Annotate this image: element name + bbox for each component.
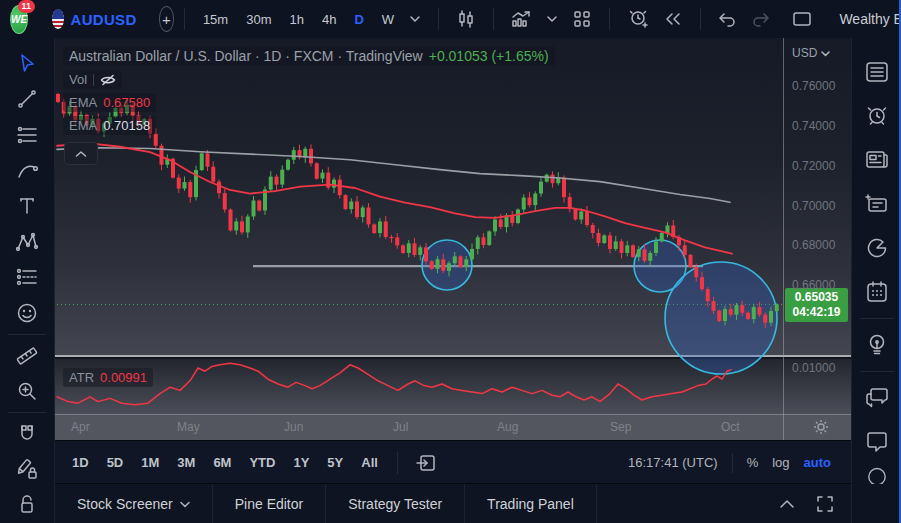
calendar-icon[interactable] [859,270,895,314]
zoom-in-tool-button[interactable] [8,373,46,409]
ideas-lightbulb-icon[interactable] [859,323,895,367]
candle-body [775,304,779,311]
date-range-row: 1D5D1M3M6MYTD1Y5YAll [63,450,387,475]
collapse-pane-button[interactable] [64,142,98,165]
clock-utc[interactable]: 16:17:41 (UTC) [628,455,718,470]
right-sidebar [851,38,901,523]
go-to-date-icon[interactable] [415,453,437,473]
ema-fast-legend-row[interactable]: EMA 0.67580 [63,93,156,112]
private-chat-icon[interactable] [859,420,895,464]
candle-body [499,219,503,227]
hotlists-icon[interactable] [859,226,895,270]
range-button-ytd[interactable]: YTD [240,450,284,475]
text-notes-icon[interactable] [859,182,895,226]
bottom-tab-stock-screener[interactable]: Stock Screener [55,484,213,523]
magnet-tool-button[interactable] [8,416,46,452]
candle-body [459,256,463,267]
candle-body [234,221,238,230]
range-button-1y[interactable]: 1Y [284,450,318,475]
price-axis-currency[interactable]: USD [792,46,830,60]
range-button-1d[interactable]: 1D [63,450,98,475]
account-avatar[interactable]: WE 11 [10,5,28,34]
forecast-tool-button[interactable] [8,260,46,296]
volume-legend-row[interactable]: Vol [63,70,122,89]
redo-icon[interactable] [751,11,771,27]
candle-body [355,202,359,218]
timeframe-button-D[interactable]: D [346,8,371,31]
top-toolbar: WE 11 AUDUSD + 15m30m1h4hDW [0,0,901,39]
bottom-tab-strategy-tester[interactable]: Strategy Tester [326,484,465,523]
drawing-mode-lock-button[interactable] [8,452,46,488]
range-button-5y[interactable]: 5Y [318,450,352,475]
candle-body [614,241,618,249]
news-icon[interactable] [859,138,895,182]
bar-replay-icon[interactable] [663,11,683,27]
measure-tool-button[interactable] [8,338,46,374]
timeframe-button-30m[interactable]: 30m [238,8,279,31]
candle-body [689,255,693,267]
candle-body [56,94,60,102]
range-button-3m[interactable]: 3M [168,450,204,475]
ema-fast-line[interactable] [57,143,732,253]
last-price-tag: 0.65035 04:42:19 [785,288,848,322]
brush-tool-button[interactable] [8,153,46,189]
fullscreen-window-icon[interactable] [792,10,812,28]
undo-icon[interactable] [717,11,737,27]
bottom-tab-trading-panel[interactable]: Trading Panel [465,484,597,523]
log-scale-button[interactable]: log [772,455,789,470]
alert-add-icon[interactable] [627,8,649,30]
timeframe-button-4h[interactable]: 4h [314,8,344,31]
candle-body [286,160,290,170]
candle-body [252,201,256,217]
cursor-tool-button[interactable] [8,46,46,82]
timeframe-button-W[interactable]: W [374,8,402,31]
range-button-5d[interactable]: 5D [98,450,133,475]
divider [438,8,439,30]
compare-add-button[interactable]: + [159,6,175,32]
indicators-chevron-down-icon[interactable] [546,13,558,25]
time-axis-settings-gear-icon[interactable] [813,419,829,439]
candle-body [694,267,698,277]
auto-scale-button[interactable]: auto [804,455,831,470]
chart-title: Australian Dollar / U.S. Dollar · 1D · F… [69,48,423,64]
atr-legend-row[interactable]: ATR 0.00991 [63,368,153,387]
maximize-panel-icon[interactable] [817,496,833,512]
chart-style-icon[interactable] [456,9,476,29]
candle-body [510,215,514,223]
candle-body [666,225,670,233]
atr-axis-label: 0.01000 [792,361,835,375]
range-button-6m[interactable]: 6M [204,450,240,475]
public-chat-icon[interactable] [859,376,895,420]
bottom-tab-pine-editor[interactable]: Pine Editor [213,484,326,523]
percent-scale-button[interactable]: % [747,455,759,470]
candle-body [539,182,543,194]
range-button-1m[interactable]: 1M [132,450,168,475]
lock-all-drawings-button[interactable] [8,487,46,523]
price-axis[interactable]: USD 0.65035 04:42:19 0.01000 0.760000.74… [784,38,851,440]
xabcd-pattern-tool-button[interactable] [8,224,46,260]
help-icon[interactable] [859,464,895,484]
layout-grid-icon[interactable] [572,9,592,29]
symbol-button[interactable]: AUDUSD [71,11,137,28]
alerts-icon[interactable] [859,94,895,138]
publish-account[interactable]: Wealthy Educ... [833,11,901,27]
candle-body [476,237,480,249]
indicators-icon[interactable] [510,9,532,29]
timeframe-button-1h[interactable]: 1h [281,8,311,31]
eye-off-icon[interactable] [100,74,116,86]
range-button-all[interactable]: All [352,450,387,475]
timeframe-button-15m[interactable]: 15m [195,8,236,31]
chart-title-row[interactable]: Australian Dollar / U.S. Dollar · 1D · F… [63,46,555,66]
candle-body [390,237,394,238]
emoji-tool-button[interactable] [8,295,46,331]
watchlist-icon[interactable] [859,50,895,94]
text-tool-button[interactable] [8,188,46,224]
timeframe-chevron-down-icon[interactable] [409,13,421,25]
candle-body [660,233,664,241]
fib-retracement-tool-button[interactable] [8,117,46,153]
trend-line-tool-button[interactable] [8,82,46,118]
expand-panel-chevron-icon[interactable] [779,499,795,509]
ema-slow-legend-row[interactable]: EMA 0.70158 [63,116,156,135]
atr-line[interactable] [57,363,731,405]
candle-body [551,175,555,184]
